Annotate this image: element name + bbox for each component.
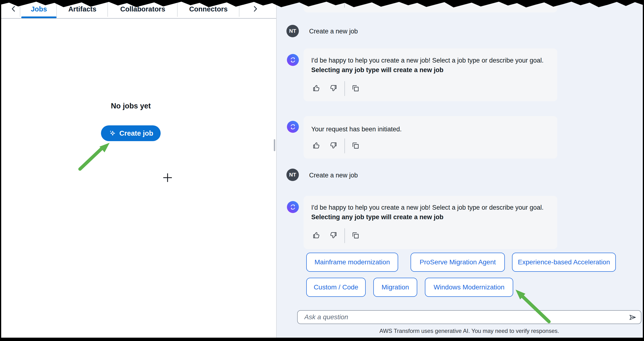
job-type-button-experience-based-acceleration[interactable]: Experience-based Acceleration (512, 253, 616, 272)
assistant-bubble: Your request has been initiated. (304, 116, 557, 159)
job-type-button-custom-code[interactable]: Custom / Code (306, 278, 366, 297)
sparkle-icon (108, 129, 116, 137)
thumbs-up-icon[interactable] (312, 141, 320, 150)
send-icon[interactable] (628, 313, 637, 322)
assistant-bubble: I'd be happy to help you create a new jo… (304, 49, 557, 101)
assistant-message-line2: Selecting any job type will create a new… (311, 66, 444, 75)
action-separator (344, 228, 345, 243)
copy-icon[interactable] (351, 141, 360, 150)
thumbs-up-icon[interactable] (312, 84, 320, 92)
action-separator (344, 81, 345, 96)
frame-border-bottom (0, 338, 644, 341)
thumbs-up-icon[interactable] (312, 231, 320, 239)
action-separator (344, 2, 345, 8)
copy-icon[interactable] (351, 231, 360, 239)
jobs-panel (1, 0, 276, 338)
job-type-button-windows-modernization[interactable]: Windows Modernization (425, 278, 513, 297)
create-job-button[interactable]: Create job (101, 125, 161, 141)
copy-icon[interactable] (351, 84, 360, 92)
job-type-button-proserve-migration-agent[interactable]: ProServe Migration Agent (410, 253, 505, 272)
tab-bar-border (1, 18, 276, 19)
ai-disclaimer: AWS Transform uses generative AI. You ma… (297, 328, 641, 334)
active-tab-indicator (21, 17, 56, 18)
tab-separator (177, 1, 178, 17)
assistant-message-line1: I'd be happy to help you create a new jo… (311, 203, 544, 212)
tab-collaborators[interactable]: Collaborators (120, 5, 166, 13)
tab-separator (20, 1, 20, 17)
user-avatar: NT (286, 25, 299, 37)
job-type-button-migration[interactable]: Migration (373, 278, 417, 297)
user-message: Create a new job (309, 27, 358, 36)
tab-connectors[interactable]: Connectors (189, 5, 228, 13)
create-job-label: Create job (119, 129, 153, 137)
tabs-scroll-left-icon[interactable] (10, 5, 18, 13)
tab-separator (56, 1, 57, 17)
thumbs-down-icon[interactable] (330, 231, 338, 239)
chat-bubble-partial (304, 0, 557, 13)
thumbs-down-icon[interactable] (330, 141, 338, 150)
assistant-bubble: I'd be happy to help you create a new jo… (304, 196, 557, 249)
assistant-message-line1: Your request has been initiated. (311, 125, 402, 134)
frame-border-left (0, 0, 1, 341)
tab-jobs[interactable]: Jobs (31, 5, 47, 13)
tab-artifacts[interactable]: Artifacts (68, 5, 96, 13)
assistant-message-line1: I'd be happy to help you create a new jo… (311, 56, 544, 65)
empty-state-title: No jobs yet (95, 102, 166, 110)
tab-separator (239, 1, 240, 17)
tabs-scroll-right-icon[interactable] (251, 5, 259, 13)
user-message: Create a new job (309, 171, 358, 180)
user-avatar: NT (286, 169, 299, 181)
frame-border-right (643, 0, 644, 341)
assistant-message-line2: Selecting any job type will create a new… (311, 212, 444, 222)
thumbs-down-icon[interactable] (330, 84, 338, 92)
assistant-avatar (287, 54, 299, 66)
assistant-avatar (287, 201, 299, 213)
screenshot-root: Jobs Artifacts Collaborators Connectors … (0, 0, 644, 341)
tab-separator (108, 1, 108, 17)
scrollbar-thumb[interactable] (274, 139, 275, 151)
panel-divider (276, 0, 277, 338)
assistant-avatar (287, 121, 299, 133)
job-type-button-mainframe-modernization[interactable]: Mainframe modernization (306, 253, 398, 272)
action-separator (344, 139, 345, 153)
chat-input[interactable] (297, 310, 641, 324)
